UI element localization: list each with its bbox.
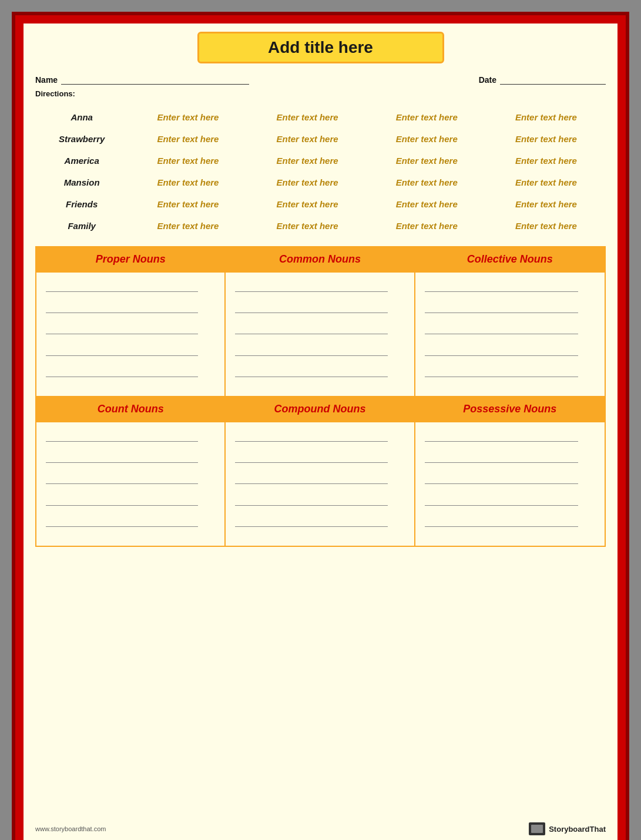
entry-cell[interactable]: Enter text here: [248, 128, 367, 150]
entry-cell[interactable]: Enter text here: [486, 172, 606, 193]
category-box: Possessive Nouns: [415, 397, 605, 546]
entry-cell[interactable]: Enter text here: [128, 172, 247, 193]
write-line[interactable]: [235, 355, 387, 356]
write-line[interactable]: [46, 526, 198, 527]
category-header: Count Nouns: [36, 397, 224, 422]
date-underline[interactable]: [500, 74, 606, 85]
entry-cell[interactable]: Enter text here: [248, 106, 367, 128]
entry-cell[interactable]: Enter text here: [367, 193, 486, 215]
footer-brand: StoryboardThat: [529, 822, 606, 835]
entry-cell[interactable]: Enter text here: [128, 150, 247, 172]
word-cell: Mansion: [35, 172, 128, 193]
entry-cell[interactable]: Enter text here: [128, 106, 247, 128]
entry-cell[interactable]: Enter text here: [248, 172, 367, 193]
meta-row: Name Date: [35, 74, 606, 85]
entry-cell[interactable]: Enter text here: [128, 215, 247, 237]
write-line[interactable]: [235, 441, 387, 442]
write-line[interactable]: [425, 377, 578, 377]
category-box: Count Nouns: [36, 397, 226, 546]
categories-bottom: Count NounsCompound NounsPossessive Noun…: [35, 397, 606, 547]
write-line[interactable]: [425, 291, 578, 292]
word-cell: Anna: [35, 106, 128, 128]
write-line[interactable]: [235, 462, 387, 463]
directions-label: Directions:: [35, 89, 75, 98]
write-line[interactable]: [235, 505, 387, 506]
write-line[interactable]: [46, 313, 198, 313]
footer-url: www.storyboardthat.com: [35, 825, 106, 832]
brand-icon: [529, 822, 545, 835]
write-line[interactable]: [235, 313, 387, 313]
write-line[interactable]: [235, 377, 387, 377]
entry-cell[interactable]: Enter text here: [486, 106, 606, 128]
entry-cell[interactable]: Enter text here: [248, 215, 367, 237]
write-line[interactable]: [235, 526, 387, 527]
category-body: [226, 273, 414, 396]
category-body: [36, 422, 224, 546]
word-table: AnnaEnter text hereEnter text hereEnter …: [35, 106, 606, 237]
footer: www.storyboardthat.com StoryboardThat: [35, 822, 606, 835]
write-line[interactable]: [46, 441, 198, 442]
word-cell: Family: [35, 215, 128, 237]
write-line[interactable]: [235, 291, 387, 292]
date-field: Date: [479, 74, 606, 85]
entry-cell[interactable]: Enter text here: [486, 193, 606, 215]
category-header: Common Nouns: [226, 247, 414, 273]
write-line[interactable]: [425, 313, 578, 313]
write-line[interactable]: [425, 505, 578, 506]
brand-icon-inner: [531, 825, 543, 833]
category-header: Collective Nouns: [415, 247, 605, 273]
entry-cell[interactable]: Enter text here: [367, 128, 486, 150]
entry-cell[interactable]: Enter text here: [248, 193, 367, 215]
page-title[interactable]: Add title here: [211, 38, 431, 57]
name-field: Name: [35, 74, 249, 85]
entry-cell[interactable]: Enter text here: [367, 172, 486, 193]
category-box: Common Nouns: [226, 247, 415, 396]
write-line[interactable]: [46, 291, 198, 292]
entry-cell[interactable]: Enter text here: [367, 215, 486, 237]
entry-cell[interactable]: Enter text here: [128, 128, 247, 150]
entry-cell[interactable]: Enter text here: [367, 150, 486, 172]
entry-cell[interactable]: Enter text here: [486, 128, 606, 150]
word-cell: Friends: [35, 193, 128, 215]
write-line[interactable]: [235, 483, 387, 484]
write-line[interactable]: [46, 462, 198, 463]
write-line[interactable]: [235, 334, 387, 334]
write-line[interactable]: [46, 334, 198, 334]
write-line[interactable]: [425, 334, 578, 334]
word-cell: America: [35, 150, 128, 172]
page: Add title here Name Date Directions: Ann…: [12, 12, 629, 840]
table-row: MansionEnter text hereEnter text hereEnt…: [35, 172, 606, 193]
inner-content: Add title here Name Date Directions: Ann…: [24, 23, 617, 840]
write-line[interactable]: [425, 483, 578, 484]
brand-name: StoryboardThat: [549, 825, 606, 834]
date-label: Date: [479, 75, 496, 85]
entry-cell[interactable]: Enter text here: [486, 215, 606, 237]
table-row: FamilyEnter text hereEnter text hereEnte…: [35, 215, 606, 237]
category-header: Proper Nouns: [36, 247, 224, 273]
entry-cell[interactable]: Enter text here: [128, 193, 247, 215]
category-body: [36, 273, 224, 396]
write-line[interactable]: [46, 483, 198, 484]
write-line[interactable]: [425, 441, 578, 442]
entry-cell[interactable]: Enter text here: [486, 150, 606, 172]
write-line[interactable]: [46, 377, 198, 377]
name-underline[interactable]: [61, 74, 249, 85]
category-box: Proper Nouns: [36, 247, 226, 396]
category-box: Compound Nouns: [226, 397, 415, 546]
categories-top: Proper NounsCommon NounsCollective Nouns: [35, 246, 606, 397]
write-line[interactable]: [425, 462, 578, 463]
category-header: Compound Nouns: [226, 397, 414, 422]
table-row: StrawberryEnter text hereEnter text here…: [35, 128, 606, 150]
directions: Directions:: [35, 89, 606, 98]
entry-cell[interactable]: Enter text here: [248, 150, 367, 172]
word-cell: Strawberry: [35, 128, 128, 150]
name-label: Name: [35, 75, 58, 85]
category-box: Collective Nouns: [415, 247, 605, 396]
table-row: AmericaEnter text hereEnter text hereEnt…: [35, 150, 606, 172]
entry-cell[interactable]: Enter text here: [367, 106, 486, 128]
write-line[interactable]: [46, 355, 198, 356]
category-body: [415, 273, 605, 396]
write-line[interactable]: [425, 355, 578, 356]
write-line[interactable]: [425, 526, 578, 527]
write-line[interactable]: [46, 505, 198, 506]
